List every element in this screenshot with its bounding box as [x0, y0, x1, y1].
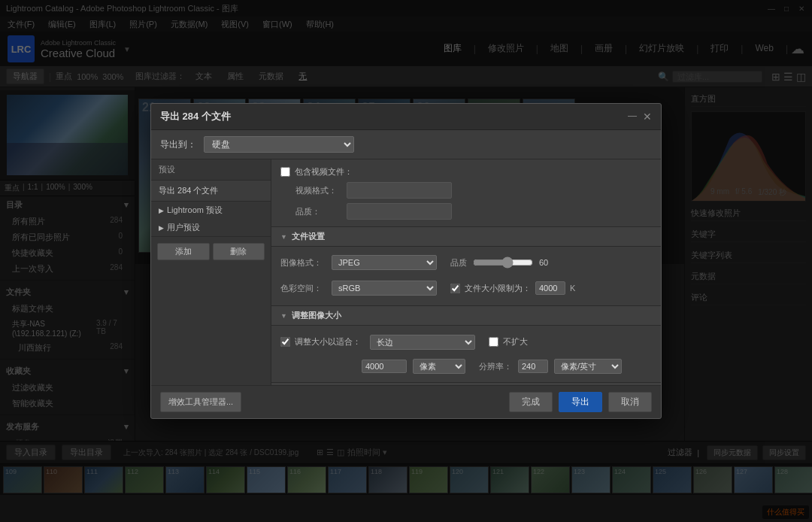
preset-lightroom[interactable]: ▶ Lightroom 预设 — [151, 202, 271, 219]
include-video-label: 包含视频文件： — [295, 166, 353, 178]
dialog-close-button[interactable]: ✕ — [643, 111, 652, 123]
dialog-left-panel: 预设 导出 284 个文件 ▶ Lightroom 预设 ▶ 用户预设 添加 删… — [151, 159, 271, 385]
resize-check-row: 调整大小以适合： — [280, 334, 361, 350]
overlay: 导出 284 个文件 — ✕ 导出到： 硬盘 预设 导出 284 个文件 ▶ L… — [0, 0, 812, 522]
video-format-label: 视频格式： — [295, 185, 341, 196]
plugin-manager-button[interactable]: 增效工具管理器... — [160, 392, 241, 412]
image-resize-arrow-icon: ▼ — [280, 312, 287, 320]
video-section: 包含视频文件： 视频格式： 品质： — [271, 159, 661, 227]
include-video-row: 包含视频文件： — [280, 164, 652, 180]
colorspace-select[interactable]: sRGB — [332, 281, 437, 296]
resolution-unit-select[interactable]: 像素/英寸 — [554, 359, 622, 374]
image-format-select[interactable]: JPEG — [332, 255, 437, 270]
resize-width-input[interactable] — [362, 360, 407, 373]
include-video-checkbox[interactable] — [280, 167, 290, 177]
dialog-minimize-icon[interactable]: — — [628, 111, 637, 123]
quality-slider[interactable] — [473, 256, 533, 269]
limit-size-input[interactable] — [535, 281, 565, 295]
resolution-label: 分辨率： — [479, 361, 512, 372]
quality-value: 60 — [539, 258, 557, 267]
file-settings-arrow-icon: ▼ — [280, 233, 287, 241]
limit-size-row: 文件大小限制为： K — [450, 279, 575, 297]
preset-user[interactable]: ▶ 用户预设 — [151, 219, 271, 236]
video-quality-row: 品质： — [280, 201, 652, 222]
limit-size-checkbox[interactable] — [450, 284, 460, 293]
preset-remove-button[interactable]: 删除 — [213, 243, 265, 260]
colorspace-label: 色彩空间： — [280, 283, 326, 294]
file-settings-body: 图像格式： JPEG 品质 60 色彩空间： — [271, 247, 661, 305]
no-enlarge-label: 不扩大 — [503, 336, 528, 347]
video-quality-select[interactable] — [347, 203, 452, 220]
no-enlarge-row: 不扩大 — [489, 334, 528, 350]
video-quality-label: 品质： — [295, 206, 341, 217]
cancel-button[interactable]: 取消 — [608, 392, 652, 412]
export-to-label: 导出到： — [160, 138, 196, 151]
quality-label: 品质 — [450, 257, 467, 269]
resize-fit-select[interactable]: 长边 — [370, 335, 475, 350]
resize-fit-row: 调整大小以适合： 长边 不扩大 — [280, 332, 652, 352]
preset-arrow-icon: ▶ — [159, 207, 164, 214]
file-settings-section: ▼ 文件设置 图像格式： JPEG 品质 60 — [271, 227, 661, 306]
resize-checkbox[interactable] — [280, 337, 290, 347]
resize-dims-row: 像素 分辨率： 像素/英寸 — [280, 357, 652, 376]
image-resize-section: ▼ 调整图像大小 调整大小以适合： 长边 — [271, 306, 661, 383]
dialog-left-header: 预设 — [151, 159, 271, 181]
file-settings-header[interactable]: ▼ 文件设置 — [271, 227, 661, 247]
dialog-titlebar: 导出 284 个文件 — ✕ — [151, 104, 661, 130]
no-enlarge-checkbox[interactable] — [489, 337, 498, 347]
image-resize-header[interactable]: ▼ 调整图像大小 — [271, 306, 661, 326]
preset-user-arrow-icon: ▶ — [159, 224, 164, 232]
limit-size-unit: K — [570, 284, 575, 293]
quality-row: 品质 60 — [443, 256, 557, 269]
export-dialog: 导出 284 个文件 — ✕ 导出到： 硬盘 预设 导出 284 个文件 ▶ L… — [150, 103, 662, 419]
resize-unit-select[interactable]: 像素 — [413, 359, 465, 374]
file-settings-label: 文件设置 — [292, 231, 325, 242]
video-format-select[interactable] — [347, 182, 452, 199]
resize-label: 调整大小以适合： — [295, 336, 361, 347]
colorspace-row: 色彩空间： sRGB 文件大小限制为： K — [280, 277, 652, 299]
dialog-count-row: 导出 284 个文件 — [151, 181, 271, 202]
preset-add-button[interactable]: 添加 — [157, 243, 210, 260]
done-button[interactable]: 完成 — [509, 392, 553, 412]
dialog-title: 导出 284 个文件 — [160, 110, 231, 123]
limit-size-label: 文件大小限制为： — [465, 283, 531, 294]
image-resize-label: 调整图像大小 — [292, 310, 341, 321]
video-format-row: 视频格式： — [280, 180, 652, 201]
dialog-left-buttons: 添加 删除 — [151, 236, 271, 266]
dialog-footer: 增效工具管理器... 完成 导出 取消 — [151, 385, 661, 418]
image-format-row: 图像格式： JPEG 品质 60 — [280, 253, 652, 272]
dialog-content: 预设 导出 284 个文件 ▶ Lightroom 预设 ▶ 用户预设 添加 删… — [151, 159, 661, 385]
export-to-select[interactable]: 硬盘 — [204, 136, 354, 153]
preset-user-label: 用户预设 — [167, 222, 200, 233]
preset-lightroom-label: Lightroom 预设 — [167, 205, 223, 216]
dialog-controls: — ✕ — [628, 111, 652, 123]
export-button[interactable]: 导出 — [559, 392, 602, 412]
image-format-label: 图像格式： — [280, 257, 326, 269]
export-to-row: 导出到： 硬盘 — [151, 130, 661, 159]
image-resize-body: 调整大小以适合： 长边 不扩大 — [271, 326, 661, 382]
dialog-right-panel: 包含视频文件： 视频格式： 品质： ▼ 文件设置 — [271, 159, 661, 385]
resolution-input[interactable] — [518, 360, 548, 373]
